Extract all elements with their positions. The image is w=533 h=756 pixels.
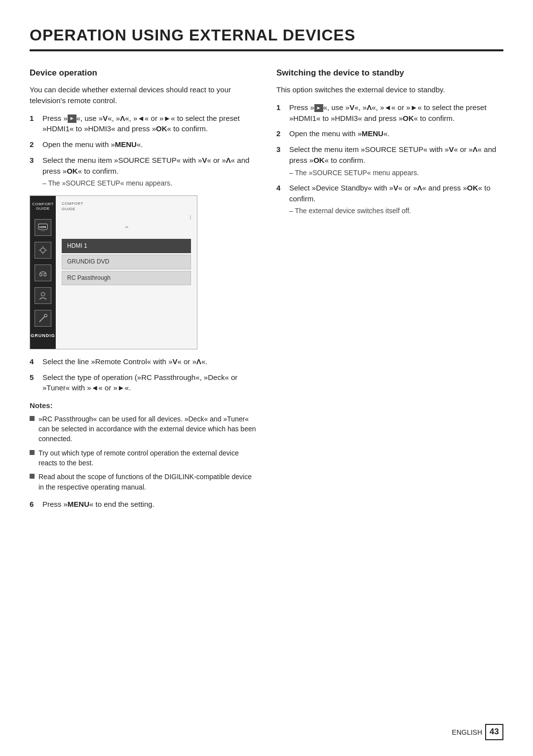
- right-column: Switching the device to standby This opt…: [276, 67, 503, 514]
- note-2: Try out which type of remote control ope…: [30, 448, 257, 468]
- note-3: Read about the scope of functions of the…: [30, 472, 257, 492]
- notes-list: »RC Passthrough« can be used for all dev…: [30, 414, 257, 492]
- right-step-2: 2 Open the menu with »MENU«.: [276, 128, 503, 139]
- svg-point-10: [44, 314, 47, 317]
- svg-point-3: [40, 248, 45, 252]
- step-3: 3 Select the menu item »SOURCE SETUP« wi…: [30, 155, 257, 189]
- menu-mockup: COMFORTGUIDE HDMI: [30, 195, 197, 349]
- audio-icon: [35, 265, 51, 281]
- step-4: 4 Select the line »Remote Control« with …: [30, 356, 257, 367]
- menu-item-rc-passthrough: RC Passthrough: [62, 271, 191, 285]
- tools-icon: [35, 310, 51, 327]
- note-bullet-3: [30, 474, 35, 479]
- parental-icon: [35, 287, 51, 304]
- hdmi-icon: HDMI: [35, 219, 51, 236]
- footer-page-number: 43: [485, 724, 503, 740]
- menu-item-hdmi1: HDMI 1: [62, 239, 191, 253]
- step-2: 2 Open the menu with »MENU«.: [30, 139, 257, 150]
- svg-point-8: [41, 292, 44, 296]
- left-intro: You can decide whether external devices …: [30, 84, 257, 106]
- left-steps-1: 1 Press »►«, use »V«, »Λ«, »◄« or »►« to…: [30, 113, 257, 189]
- right-step-3-subnote: The »SOURCE SETUP« menu appears.: [289, 168, 503, 178]
- svg-rect-2: [41, 229, 44, 231]
- right-step-1: 1 Press »►«, use »V«, »Λ«, »◄« or »►« to…: [276, 102, 503, 124]
- menu-main: COMFORTGUIDE | ⌃ HDMI 1 GRUNDIG DVD RC P…: [56, 196, 197, 349]
- menu-item-grundig-dvd: GRUNDIG DVD: [62, 255, 191, 269]
- left-section-heading: Device operation: [30, 67, 257, 79]
- step-6: 6 Press »MENU« to end the setting.: [30, 499, 257, 510]
- svg-text:HDMI: HDMI: [39, 226, 46, 228]
- notes-heading: Notes:: [30, 400, 257, 411]
- note-1: »RC Passthrough« can be used for all dev…: [30, 414, 257, 444]
- step-5: 5 Select the type of operation (»RC Pass…: [30, 372, 257, 394]
- page-footer: ENGLISH 43: [452, 724, 503, 740]
- note-bullet-2: [30, 450, 35, 455]
- grundig-label: GRUNDIG: [31, 333, 55, 343]
- page-title: OPERATION USING EXTERNAL DEVICES: [30, 24, 503, 51]
- note-bullet-1: [30, 416, 35, 421]
- right-step-3: 3 Select the menu item »SOURCE SETUP« wi…: [276, 144, 503, 178]
- main-content: Device operation You can decide whether …: [30, 67, 503, 514]
- menu-sidebar: COMFORTGUIDE HDMI: [30, 196, 56, 349]
- footer-lang: ENGLISH: [452, 727, 482, 737]
- right-steps: 1 Press »►«, use »V«, »Λ«, »◄« or »►« to…: [276, 102, 503, 216]
- step-1: 1 Press »►«, use »V«, »Λ«, »◄« or »►« to…: [30, 113, 257, 135]
- left-steps-3: 6 Press »MENU« to end the setting.: [30, 499, 257, 510]
- svg-line-11: [39, 320, 41, 322]
- svg-line-9: [40, 316, 45, 321]
- brightness-icon: [35, 242, 51, 259]
- right-intro: This option switches the external device…: [276, 84, 503, 95]
- right-section-heading: Switching the device to standby: [276, 67, 503, 79]
- step-3-subnote: The »SOURCE SETUP« menu appears.: [42, 178, 257, 188]
- right-step-4: 4 Select »Device Standby« with »V« or »Λ…: [276, 183, 503, 216]
- right-step-4-subnote: The external device switches itself off.: [289, 206, 503, 216]
- left-steps-2: 4 Select the line »Remote Control« with …: [30, 356, 257, 393]
- left-column: Device operation You can decide whether …: [30, 67, 257, 514]
- menu-chevron-up: ⌃: [62, 224, 191, 235]
